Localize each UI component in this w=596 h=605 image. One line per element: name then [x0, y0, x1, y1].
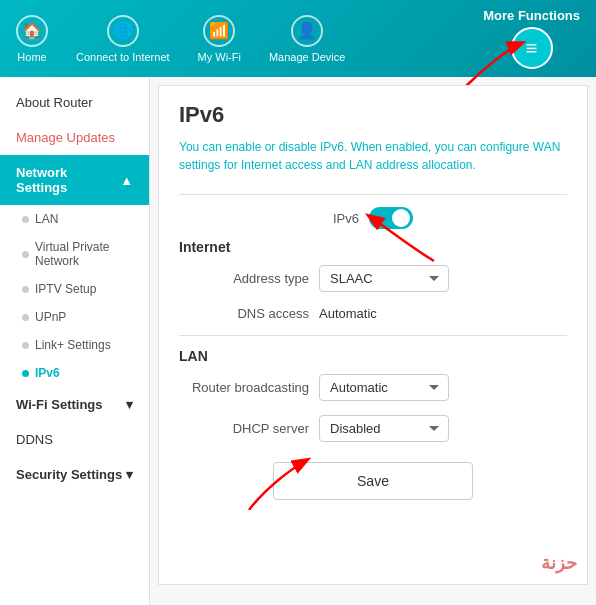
dns-access-value: Automatic — [319, 306, 377, 321]
sidebar-sub-ipv6[interactable]: IPv6 — [0, 359, 149, 387]
sidebar-label-about: About Router — [16, 95, 93, 110]
dns-access-label: DNS access — [179, 306, 309, 321]
ipv6-toggle-label: IPv6 — [333, 211, 359, 226]
sidebar-sub-iptv[interactable]: IPTV Setup — [0, 275, 149, 303]
nav-manage[interactable]: 👤 Manage Device — [269, 15, 345, 63]
lan-section-label: LAN — [179, 348, 567, 364]
annotation-arrow-toggle — [359, 211, 439, 266]
more-functions-label: More Functions — [483, 8, 580, 23]
annotation-arrow-save — [239, 455, 319, 510]
sidebar-item-manage-updates[interactable]: Manage Updates — [0, 120, 149, 155]
dns-access-row: DNS access Automatic — [179, 306, 567, 321]
sidebar-item-ddns[interactable]: DDNS — [0, 422, 149, 457]
sidebar-label-link: Link+ Settings — [35, 338, 111, 352]
sidebar-sub-vpn[interactable]: Virtual Private Network — [0, 233, 149, 275]
more-functions-button[interactable]: More Functions ≡ — [483, 8, 580, 69]
manage-icon: 👤 — [291, 15, 323, 47]
wifi-icon: 📶 — [203, 15, 235, 47]
address-type-row: Address type SLAAC DHCPv6 Manual — [179, 265, 567, 292]
chevron-down-icon: ▾ — [126, 397, 133, 412]
sidebar-label-ipv6: IPv6 — [35, 366, 60, 380]
dhcp-server-select[interactable]: Disabled Enabled — [319, 415, 449, 442]
sidebar-item-network-settings[interactable]: Network Settings ▲ — [0, 155, 149, 205]
sidebar-label-vpn: Virtual Private Network — [35, 240, 133, 268]
nav-wifi[interactable]: 📶 My Wi-Fi — [198, 15, 241, 63]
sidebar-label-upnp: UPnP — [35, 310, 66, 324]
nav-items-group: 🏠 Home 🌐 Connect to Internet 📶 My Wi-Fi … — [16, 15, 345, 63]
chevron-up-icon: ▲ — [120, 173, 133, 188]
dot-link — [22, 342, 29, 349]
hamburger-lines: ≡ — [526, 37, 538, 60]
sidebar-item-security-settings[interactable]: Security Settings ▾ — [0, 457, 149, 492]
sidebar-item-wifi-settings[interactable]: Wi-Fi Settings ▾ — [0, 387, 149, 422]
nav-wifi-label: My Wi-Fi — [198, 51, 241, 63]
dot-iptv — [22, 286, 29, 293]
nav-home[interactable]: 🏠 Home — [16, 15, 48, 63]
sidebar-label-security: Security Settings — [16, 467, 122, 482]
sidebar-label-updates: Manage Updates — [16, 130, 115, 145]
sidebar-sub-upnp[interactable]: UPnP — [0, 303, 149, 331]
divider-mid — [179, 335, 567, 336]
dot-upnp — [22, 314, 29, 321]
nav-connect[interactable]: 🌐 Connect to Internet — [76, 15, 170, 63]
sidebar-sub-lan[interactable]: LAN — [0, 205, 149, 233]
nav-connect-label: Connect to Internet — [76, 51, 170, 63]
connect-icon: 🌐 — [107, 15, 139, 47]
nav-manage-label: Manage Device — [269, 51, 345, 63]
sidebar-label-wifi: Wi-Fi Settings — [16, 397, 103, 412]
save-section: Save — [179, 462, 567, 500]
dhcp-server-row: DHCP server Disabled Enabled — [179, 415, 567, 442]
home-icon: 🏠 — [16, 15, 48, 47]
top-navigation: 🏠 Home 🌐 Connect to Internet 📶 My Wi-Fi … — [0, 0, 596, 77]
sidebar-label-network: Network Settings — [16, 165, 120, 195]
watermark: حزنة — [541, 552, 577, 574]
dot-lan — [22, 216, 29, 223]
dot-vpn — [22, 251, 29, 258]
nav-home-label: Home — [17, 51, 46, 63]
router-broadcasting-row: Router broadcasting Automatic Manual — [179, 374, 567, 401]
address-type-label: Address type — [179, 271, 309, 286]
router-broadcasting-select[interactable]: Automatic Manual — [319, 374, 449, 401]
sidebar-sub-link-settings[interactable]: Link+ Settings — [0, 331, 149, 359]
sidebar-label-iptv: IPTV Setup — [35, 282, 96, 296]
sidebar-item-about-router[interactable]: About Router — [0, 85, 149, 120]
dot-ipv6 — [22, 370, 29, 377]
page-title: IPv6 — [179, 102, 567, 128]
sidebar: About Router Manage Updates Network Sett… — [0, 77, 150, 605]
chevron-down-icon-sec: ▾ — [126, 467, 133, 482]
router-broadcasting-label: Router broadcasting — [179, 380, 309, 395]
hamburger-menu-icon[interactable]: ≡ — [511, 27, 553, 69]
divider-top — [179, 194, 567, 195]
main-layout: About Router Manage Updates Network Sett… — [0, 77, 596, 605]
address-type-select[interactable]: SLAAC DHCPv6 Manual — [319, 265, 449, 292]
sidebar-label-lan: LAN — [35, 212, 58, 226]
page-description: You can enable or disable IPv6. When ena… — [179, 138, 567, 174]
sidebar-label-ddns: DDNS — [16, 432, 53, 447]
content-area: IPv6 You can enable or disable IPv6. Whe… — [150, 77, 596, 605]
content-panel: IPv6 You can enable or disable IPv6. Whe… — [158, 85, 588, 585]
dhcp-server-label: DHCP server — [179, 421, 309, 436]
